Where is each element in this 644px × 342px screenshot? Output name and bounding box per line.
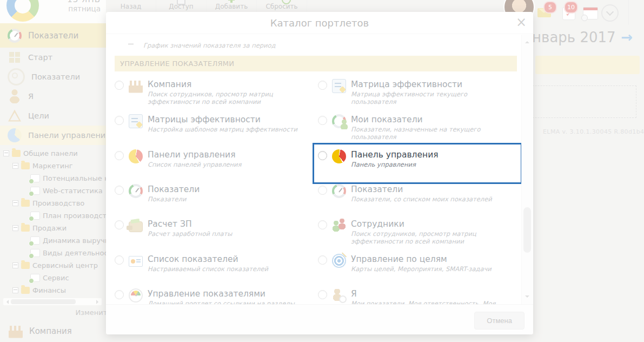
radio-icon[interactable] bbox=[318, 81, 327, 90]
version-text: ELMA v. 3.10.1.30045 R.80d1b44cd51fc2 bbox=[543, 128, 644, 135]
sidebar-menu-item[interactable]: Панели управления bbox=[0, 126, 106, 145]
edit-tree-link[interactable]: Изменить bbox=[65, 308, 111, 317]
sidebar-menu: Старт Показатели Я Цели Панели управлени… bbox=[0, 48, 106, 145]
tree-expander-icon[interactable] bbox=[3, 150, 9, 156]
toolbar: Назад Доступ Добавить Сбросить bbox=[106, 0, 307, 12]
radio-icon[interactable] bbox=[318, 116, 327, 125]
tree-row-label: Общие панели bbox=[23, 149, 78, 157]
scroll-down-icon[interactable] bbox=[525, 295, 529, 300]
portlet-text: Список показателей Настраиваемый список … bbox=[148, 254, 268, 280]
radio-icon[interactable] bbox=[318, 220, 327, 229]
kpi-icon bbox=[8, 68, 25, 86]
userbar-divider bbox=[628, 0, 629, 25]
radio-icon[interactable] bbox=[115, 81, 124, 90]
factory-icon bbox=[9, 324, 23, 338]
radio-icon[interactable] bbox=[115, 186, 124, 195]
tree-row[interactable]: Производство bbox=[0, 197, 106, 209]
target-icon bbox=[332, 254, 346, 268]
sidebar-menu-item[interactable]: Я bbox=[0, 87, 106, 106]
scroll-left-icon[interactable] bbox=[4, 300, 9, 304]
portlet-item[interactable]: Расчет ЗП Расчет заработной платы bbox=[115, 218, 314, 248]
toolbar-button[interactable]: Доступ bbox=[156, 0, 207, 12]
scrollbar-thumb[interactable] bbox=[11, 299, 76, 304]
calendar-icon[interactable] bbox=[583, 7, 598, 19]
tree-row[interactable]: Общие панели bbox=[0, 147, 106, 160]
toolbar-button[interactable]: Добавить bbox=[207, 0, 257, 12]
dashboard-icon bbox=[30, 174, 40, 182]
portlet-item[interactable]: Компания Поиск сотрудников, просмотр мат… bbox=[115, 78, 314, 109]
close-icon[interactable]: × bbox=[516, 15, 527, 30]
radio-icon[interactable] bbox=[318, 186, 327, 195]
tree-row[interactable]: Финансы bbox=[0, 284, 106, 297]
portlet-item[interactable]: Я Мои показатели, Моя ответственность, М… bbox=[318, 287, 517, 305]
portlet-title: Матрицы эффективности bbox=[148, 114, 297, 125]
radio-icon[interactable] bbox=[318, 151, 327, 160]
tree-row[interactable]: Сервисный центр bbox=[0, 259, 106, 272]
portlet-title: Панели управления bbox=[148, 149, 241, 160]
tree-row[interactable]: Web-статистика bbox=[0, 185, 106, 197]
portlet-item[interactable]: Панели управления Список панелей управле… bbox=[115, 148, 314, 179]
cancel-button[interactable]: Отмена bbox=[474, 312, 525, 330]
portlet-item[interactable]: Управление показателями Домашний портлет… bbox=[115, 287, 314, 305]
radio-icon[interactable] bbox=[115, 151, 124, 160]
portlet-title: Я bbox=[351, 288, 513, 299]
toolbar-button-label: Сбросить bbox=[265, 3, 297, 12]
next-month-arrow-icon[interactable]: → bbox=[621, 29, 633, 45]
portlet-item[interactable]: Список показателей Настраиваемый список … bbox=[115, 253, 314, 283]
radio-icon[interactable] bbox=[115, 116, 124, 125]
tree-expander-icon[interactable] bbox=[12, 287, 18, 293]
sidebar-item-company[interactable]: Компания bbox=[0, 320, 115, 342]
elma-app-screen: 13 ЯНВ пятница Назад Доступ Добавить Сбр… bbox=[0, 0, 644, 342]
portlet-item[interactable]: Сотрудники Поиск сотрудников, просмотр м… bbox=[318, 218, 517, 248]
tasks-count-badge: 10 bbox=[564, 1, 578, 14]
chevron-down-icon[interactable] bbox=[601, 4, 619, 22]
portlet-item[interactable]: Панель управления Панель управления bbox=[318, 148, 517, 179]
tree-expander-icon[interactable] bbox=[12, 200, 18, 206]
radio-icon[interactable] bbox=[115, 220, 124, 229]
sidebar-menu-item[interactable]: Старт bbox=[0, 48, 106, 67]
tree-horizontal-scrollbar[interactable] bbox=[3, 298, 102, 305]
sidebar-item-label: Показатели bbox=[31, 73, 80, 81]
tree-row-label: Сервисный центр bbox=[32, 261, 98, 269]
portlet-text: Управление показателями Домашний портлет… bbox=[148, 288, 310, 305]
portlet-text: Панели управления Список панелей управле… bbox=[148, 149, 241, 175]
toolbar-button[interactable]: Назад bbox=[106, 0, 156, 12]
portlet-item[interactable]: Матрицы эффективности Настройка шаблонов… bbox=[115, 113, 314, 144]
radio-icon[interactable] bbox=[115, 255, 124, 265]
tree-row[interactable]: Продажи bbox=[0, 222, 106, 234]
tree-row[interactable]: План производства bbox=[0, 209, 106, 222]
portlet-item[interactable]: Мои показатели Показатели, назначенные н… bbox=[318, 113, 517, 144]
access-icon bbox=[177, 0, 185, 5]
portlet-text: Панель управления Панель управления bbox=[351, 149, 439, 175]
portlet-description: Расчет заработной платы bbox=[148, 231, 232, 238]
portlet-title: Список показателей bbox=[148, 254, 268, 265]
tree-row[interactable]: Виды деятельности bbox=[0, 247, 106, 259]
elma-logo-icon bbox=[6, 0, 39, 22]
tree-expander-icon[interactable] bbox=[12, 225, 18, 231]
scroll-up-icon[interactable] bbox=[525, 39, 529, 43]
pie-icon bbox=[8, 128, 22, 142]
tree-row-label: Производство bbox=[32, 199, 84, 207]
tree-row[interactable]: Потенциальные клиенты bbox=[0, 172, 106, 185]
portlet-item[interactable]: Матрица эффективности Матрица эффективно… bbox=[318, 78, 517, 109]
matrix-icon bbox=[129, 114, 143, 128]
scroll-right-icon[interactable] bbox=[96, 300, 101, 304]
radio-icon[interactable] bbox=[115, 290, 124, 299]
portlet-text: Показатели Показатели, со списком моих п… bbox=[351, 184, 492, 210]
modal-scrollbar[interactable] bbox=[521, 35, 533, 304]
portlet-item[interactable]: Показатели Показатели, со списком моих п… bbox=[318, 183, 517, 213]
radio-icon[interactable] bbox=[318, 290, 327, 299]
sidebar-menu-item[interactable]: Показатели bbox=[0, 67, 106, 87]
tree-expander-icon[interactable] bbox=[12, 262, 18, 268]
scrollbar-thumb[interactable] bbox=[523, 207, 531, 253]
toolbar-button[interactable]: Сбросить bbox=[257, 0, 307, 12]
portlet-item[interactable]: Показатели Показатели bbox=[115, 183, 314, 213]
tree-expander-icon[interactable] bbox=[12, 163, 18, 169]
sidebar-active-item-indicators[interactable]: Показатели bbox=[0, 23, 106, 48]
sidebar-menu-item[interactable]: Цели bbox=[0, 106, 106, 126]
tree-row[interactable]: Динамика выручки bbox=[0, 234, 106, 247]
radio-icon[interactable] bbox=[318, 255, 327, 265]
tree-row[interactable]: Сервис bbox=[0, 272, 106, 284]
portlet-item[interactable]: Управление по целям Карты целей, Меропри… bbox=[318, 253, 517, 283]
tree-row[interactable]: Маркетинг bbox=[0, 160, 106, 172]
